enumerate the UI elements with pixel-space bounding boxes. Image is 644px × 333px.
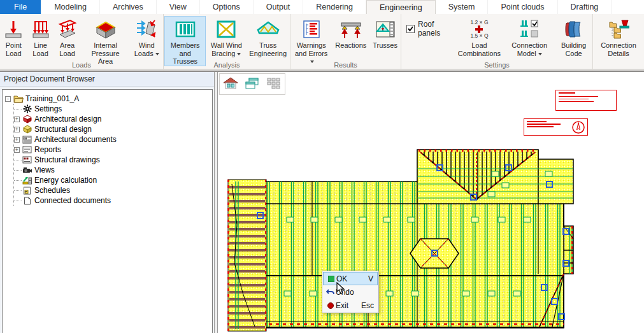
panel-title: Project Document Browser <box>0 72 214 87</box>
wind-loads-icon <box>136 18 157 40</box>
point-load-icon <box>3 18 24 40</box>
building-code-button[interactable]: Building Code <box>555 16 592 58</box>
roof-panels-checkbox[interactable]: Roof panels <box>406 20 444 38</box>
ok-green-square-icon <box>326 276 336 282</box>
tab-drafting[interactable]: Drafting <box>558 0 612 14</box>
wind-loads-button[interactable]: Wind Loads <box>131 16 162 58</box>
tree-expander-expand[interactable]: + <box>14 127 20 132</box>
context-menu-item-undo[interactable]: Undo <box>323 285 378 299</box>
building-code-icon <box>563 18 585 40</box>
tree-item-structural-drawings[interactable]: Structural drawings <box>14 155 211 165</box>
architectural-design-icon <box>22 115 32 124</box>
load-combinations-label: Load Combinations <box>458 41 501 57</box>
load-combinations-button[interactable]: 1.2 × G 1.5 × Q Load Combinations <box>455 16 504 58</box>
architectural-documents-icon <box>22 136 32 144</box>
connection-details-icon <box>608 18 629 40</box>
tree-expander-expand[interactable]: + <box>14 117 20 122</box>
tree-item-label: Energy calculation <box>34 176 97 185</box>
tile-windows-button[interactable] <box>266 76 282 92</box>
tree-expander-collapse[interactable]: - <box>5 96 11 102</box>
tree-item-reports[interactable]: + Reports <box>14 145 211 155</box>
tree-connector <box>14 160 22 160</box>
tree-item-structural-design[interactable]: + Structural design <box>14 124 211 134</box>
line-load-button[interactable]: Line Load <box>28 16 54 58</box>
ribbon-group-settings: Roof panels 1.2 × G 1.5 × Q Load Combina… <box>401 14 593 71</box>
project-tree[interactable]: - Training_001_A Settings + <box>2 89 213 333</box>
truss-engineering-icon <box>257 18 280 40</box>
menu-item-shortcut: V <box>368 274 375 283</box>
load-combinations-icon: 1.2 × G 1.5 × Q <box>470 18 488 40</box>
tab-engineering[interactable]: Engineering <box>366 0 436 14</box>
tree-item-label: Reports <box>34 145 61 154</box>
cascade-windows-button[interactable] <box>244 76 261 92</box>
trusses-label: Trusses <box>373 41 397 50</box>
tab-output[interactable]: Output <box>254 0 304 14</box>
tree-item-architectural-design[interactable]: + Architectural design <box>14 114 211 124</box>
internal-pressure-area-button[interactable]: Internal Pressure Area <box>82 16 130 66</box>
canvas-view-toolbar <box>219 73 285 95</box>
line-load-label: Line Load <box>31 41 51 57</box>
ribbon-group-loads: Point Load Line Load Area Load <box>0 14 164 71</box>
reports-icon <box>22 146 32 153</box>
connection-model-button[interactable]: Connection Model <box>504 16 554 58</box>
wall-wind-bracing-button[interactable]: Wall Wind Bracing <box>207 16 245 58</box>
roof-panels-label: Roof panels <box>418 20 444 38</box>
connection-model-label: Connection Model <box>507 41 552 57</box>
tab-file[interactable]: File <box>0 0 41 14</box>
tree-item-views[interactable]: Views <box>14 165 211 175</box>
tree-item-root[interactable]: - Training_001_A <box>5 94 211 104</box>
tree-item-connected-documents[interactable]: Connected documents <box>14 195 211 206</box>
trusses-button[interactable]: Trusses <box>370 16 400 50</box>
tab-rendering[interactable]: Rendering <box>303 0 366 14</box>
warnings-and-errors-button[interactable]: Warnings and Errors <box>291 16 331 66</box>
exit-red-dot-icon <box>325 302 336 309</box>
area-load-button[interactable]: Area Load <box>55 16 80 58</box>
context-menu-item-ok[interactable]: OK V <box>323 272 378 285</box>
internal-pressure-area-icon <box>94 18 117 40</box>
tree-item-energy-calculation[interactable]: Energy calculation <box>14 175 211 185</box>
tab-system[interactable]: System <box>436 0 489 14</box>
tree-item-label: Structural design <box>34 125 92 134</box>
tab-point-clouds[interactable]: Point clouds <box>488 0 557 14</box>
tab-modeling[interactable]: Modeling <box>41 0 100 14</box>
tree-item-label: Schedules <box>34 186 70 195</box>
tree-expander-expand[interactable]: + <box>14 137 20 143</box>
drawing-canvas[interactable]: OK V Undo Exit Esc <box>218 72 644 333</box>
point-load-button[interactable]: Point Load <box>1 16 27 58</box>
ribbon: Point Load Line Load Area Load <box>0 14 644 72</box>
gear-icon <box>22 104 32 113</box>
members-and-trusses-button[interactable]: Members and Trusses <box>164 16 206 66</box>
line-load-icon <box>31 18 51 40</box>
application-window: File Modeling Archives View Options Outp… <box>0 0 644 333</box>
tab-view[interactable]: View <box>157 0 200 14</box>
connection-details-button[interactable]: Connection Details <box>594 16 643 58</box>
tree-item-architectural-documents[interactable]: + Architectural documents <box>14 134 211 145</box>
tree-item-label: Connected documents <box>34 196 111 205</box>
menu-item-label: Exit <box>336 301 361 310</box>
dropdown-arrow-icon <box>538 53 542 55</box>
menu-item-shortcut: Esc <box>361 301 376 310</box>
reactions-icon <box>340 18 362 40</box>
tree-item-schedules[interactable]: Schedules <box>14 185 211 195</box>
wall-wind-bracing-icon <box>215 18 237 40</box>
building-code-label: Building Code <box>558 41 589 57</box>
tree-children: Settings + Architectural design + Struct… <box>13 104 211 206</box>
truss-engineering-button[interactable]: Truss Engineering <box>247 16 289 58</box>
energy-calculation-icon <box>22 176 32 185</box>
context-menu-item-exit[interactable]: Exit Esc <box>323 299 378 312</box>
reactions-label: Reactions <box>335 41 366 50</box>
tab-options[interactable]: Options <box>200 0 254 14</box>
tree-item-label: Views <box>34 166 55 174</box>
tab-archives[interactable]: Archives <box>100 0 157 14</box>
folder-open-icon <box>13 95 24 103</box>
tree-item-settings[interactable]: Settings <box>14 104 211 114</box>
tree-connector <box>14 109 22 110</box>
tree-connector <box>14 170 22 171</box>
reactions-button[interactable]: Reactions <box>333 16 369 50</box>
home-view-button[interactable] <box>222 76 239 92</box>
tree-connector <box>14 201 22 201</box>
tree-item-label: Architectural documents <box>34 135 117 144</box>
tree-expander-expand[interactable]: + <box>14 147 20 153</box>
group-label-analysis: Analysis <box>164 61 290 69</box>
ribbon-tab-bar: File Modeling Archives View Options Outp… <box>0 0 644 14</box>
